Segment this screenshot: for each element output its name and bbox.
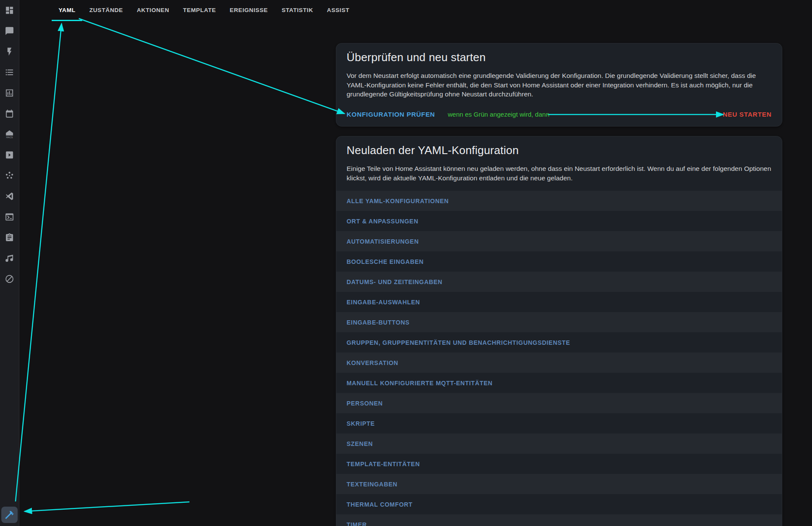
sidebar-item-music[interactable] bbox=[4, 253, 15, 263]
arrow-devtools-to-yaml-tab bbox=[15, 24, 62, 501]
tab[interactable]: YAML bbox=[52, 0, 82, 21]
reload-option[interactable]: BOOLESCHE EINGABEN bbox=[336, 251, 782, 272]
reload-yaml-card: Neuladen der YAML-Konfiguration Einige T… bbox=[336, 136, 782, 526]
reload-card-description: Einige Teile von Home Assistant können n… bbox=[347, 164, 772, 183]
sidebar-item-chat[interactable] bbox=[4, 26, 15, 36]
chat-icon bbox=[5, 26, 14, 36]
sidebar-item-dashboard[interactable] bbox=[4, 5, 15, 15]
developer-tools-yaml-page: HACS YAML ZUSTÄNDE bbox=[0, 0, 812, 526]
tab-bar: YAML ZUSTÄNDE AKTIONEN TEMPLATE EREIGNIS… bbox=[52, 0, 356, 21]
cancel-icon bbox=[5, 274, 14, 284]
check-card-actions: KONFIGURATION PRÜFEN NEU STARTEN bbox=[336, 106, 782, 123]
sidebar-item-media[interactable] bbox=[4, 150, 15, 160]
sidebar-item-nodes[interactable] bbox=[4, 170, 15, 181]
reload-card-title: Neuladen der YAML-Konfiguration bbox=[347, 143, 772, 157]
tab[interactable]: TEMPLATE bbox=[176, 0, 223, 21]
play-box-icon bbox=[5, 150, 14, 160]
sidebar-item-calendar[interactable] bbox=[4, 108, 15, 119]
sidebar-item-block[interactable] bbox=[4, 274, 15, 284]
reload-option[interactable]: EINGABE-AUSWAHLEN bbox=[336, 292, 782, 312]
lightning-icon bbox=[5, 47, 14, 56]
reload-option[interactable]: TIMER bbox=[336, 514, 782, 526]
arrow-to-devtools-icon bbox=[25, 502, 189, 511]
dashboard-icon bbox=[5, 6, 14, 15]
developer-tools-icon bbox=[4, 510, 15, 520]
clipboard-icon bbox=[5, 233, 14, 242]
reload-option[interactable]: AUTOMATISIERUNGEN bbox=[336, 231, 782, 251]
reload-option[interactable]: GRUPPEN, GRUPPENENTITÄTEN UND BENACHRICH… bbox=[336, 332, 782, 353]
check-configuration-button[interactable]: KONFIGURATION PRÜFEN bbox=[343, 106, 438, 123]
reload-option[interactable]: SKRIPTE bbox=[336, 413, 782, 433]
reload-option[interactable]: DATUMS- UND ZEITEINGABEN bbox=[336, 272, 782, 292]
reload-option[interactable]: EINGABE-BUTTONS bbox=[336, 312, 782, 332]
tab[interactable]: STATISTIK bbox=[275, 0, 320, 21]
check-and-restart-card: Überprüfen und neu starten Vor dem Neust… bbox=[336, 43, 782, 127]
sidebar-item-logbook[interactable] bbox=[4, 67, 15, 77]
sidebar: HACS bbox=[0, 0, 19, 526]
restart-button[interactable]: NEU STARTEN bbox=[719, 106, 775, 123]
svg-text:HACS: HACS bbox=[6, 136, 13, 139]
calendar-icon bbox=[5, 109, 14, 118]
vscode-icon bbox=[5, 192, 14, 201]
tab[interactable]: ZUSTÄNDE bbox=[82, 0, 130, 21]
sidebar-item-history[interactable] bbox=[4, 88, 15, 98]
reload-option[interactable]: ORT & ANPASSUNGEN bbox=[336, 211, 782, 231]
sidebar-item-energy[interactable] bbox=[4, 46, 15, 57]
sidebar-item-terminal[interactable] bbox=[4, 212, 15, 222]
check-card-title: Überprüfen und neu starten bbox=[347, 50, 772, 64]
reload-option[interactable]: SZENEN bbox=[336, 433, 782, 454]
reload-option[interactable]: TEMPLATE-ENTITÄTEN bbox=[336, 454, 782, 474]
arrow-yaml-to-check-button bbox=[79, 19, 344, 114]
sidebar-item-hacs[interactable]: HACS bbox=[4, 129, 15, 139]
reload-option[interactable]: PERSONEN bbox=[336, 393, 782, 413]
sidebar-item-developer-tools[interactable] bbox=[1, 507, 18, 523]
nodes-icon bbox=[5, 171, 14, 180]
reload-option[interactable]: THERMAL COMFORT bbox=[336, 494, 782, 514]
bar-chart-icon bbox=[5, 88, 14, 98]
tab[interactable]: EREIGNISSE bbox=[223, 0, 275, 21]
list-icon bbox=[5, 68, 14, 77]
check-card-description: Vor dem Neustart erfolgt automatisch ein… bbox=[347, 71, 772, 99]
reload-options-list: ALLE YAML-KONFIGURATIONEN ORT & ANPASSUN… bbox=[336, 191, 782, 526]
tab[interactable]: ASSIST bbox=[320, 0, 356, 21]
reload-option[interactable]: KONVERSATION bbox=[336, 353, 782, 373]
music-icon bbox=[5, 254, 14, 263]
hacs-icon: HACS bbox=[5, 130, 14, 139]
reload-option[interactable]: TEXTEINGABEN bbox=[336, 474, 782, 494]
reload-option[interactable]: MANUELL KONFIGURIERTE MQTT-ENTITÄTEN bbox=[336, 373, 782, 393]
reload-option[interactable]: ALLE YAML-KONFIGURATIONEN bbox=[336, 191, 782, 211]
sidebar-item-vscode[interactable] bbox=[4, 191, 15, 201]
tab[interactable]: AKTIONEN bbox=[130, 0, 176, 21]
sidebar-item-tasks[interactable] bbox=[4, 232, 15, 243]
terminal-icon bbox=[5, 212, 14, 222]
